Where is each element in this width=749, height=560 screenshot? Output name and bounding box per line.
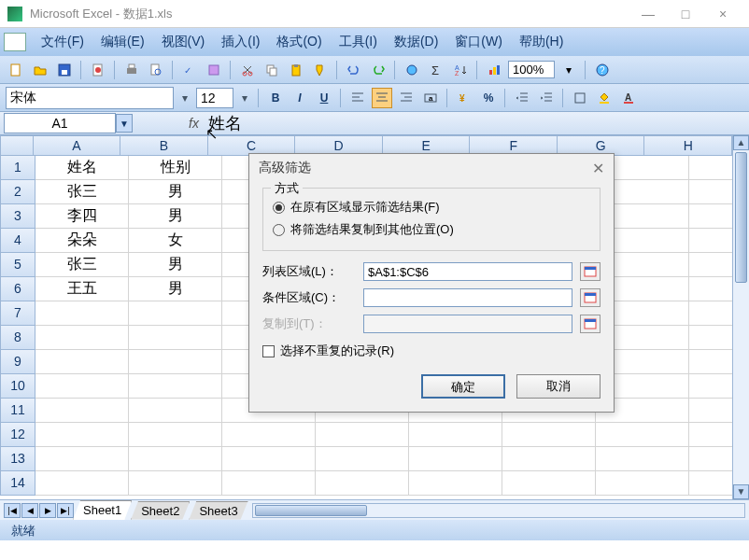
- merge-button[interactable]: a: [420, 88, 441, 108]
- cell[interactable]: [129, 423, 222, 447]
- cell[interactable]: [689, 156, 732, 180]
- cell[interactable]: [316, 471, 409, 496]
- row-header[interactable]: 9: [0, 350, 35, 374]
- cell[interactable]: [409, 447, 502, 471]
- chart-icon[interactable]: [484, 60, 504, 80]
- cell[interactable]: [689, 204, 732, 229]
- fill-color-button[interactable]: [594, 88, 615, 108]
- link-icon[interactable]: [402, 60, 422, 80]
- cell[interactable]: 男: [129, 277, 222, 301]
- cell[interactable]: [35, 350, 129, 374]
- menu-view[interactable]: 视图(V): [154, 30, 213, 54]
- percent-button[interactable]: %: [478, 88, 499, 108]
- row-header[interactable]: 4: [0, 229, 35, 253]
- open-icon[interactable]: [30, 60, 50, 80]
- undo-icon[interactable]: [344, 60, 364, 80]
- cell[interactable]: [129, 471, 222, 496]
- cell[interactable]: 性别: [129, 156, 222, 180]
- cell[interactable]: 女: [129, 229, 222, 253]
- new-icon[interactable]: [6, 60, 26, 80]
- close-button[interactable]: ×: [704, 1, 742, 27]
- formula-value[interactable]: 姓名: [208, 112, 242, 134]
- cell[interactable]: [35, 374, 129, 399]
- cell[interactable]: [35, 423, 129, 447]
- name-box[interactable]: A1: [4, 113, 116, 133]
- cell[interactable]: [35, 447, 129, 471]
- cell[interactable]: [596, 471, 689, 496]
- criteria-range-ref-icon[interactable]: [580, 288, 601, 307]
- horizontal-scrollbar[interactable]: [252, 503, 745, 518]
- tab-nav-next[interactable]: ▶: [39, 503, 56, 518]
- cell[interactable]: [502, 471, 596, 496]
- cell[interactable]: [689, 180, 732, 204]
- cell[interactable]: [689, 301, 732, 326]
- italic-button[interactable]: I: [290, 88, 310, 108]
- cell[interactable]: [129, 399, 222, 423]
- row-header[interactable]: 13: [0, 447, 35, 471]
- select-all-corner[interactable]: [0, 135, 34, 156]
- cancel-button[interactable]: 取消: [516, 374, 601, 399]
- cell[interactable]: [316, 423, 409, 447]
- row-header[interactable]: 10: [0, 374, 35, 399]
- font-size-combo[interactable]: 12: [196, 88, 233, 108]
- minimize-button[interactable]: —: [629, 1, 667, 27]
- preview-icon[interactable]: [146, 60, 166, 80]
- font-dropdown-icon[interactable]: ▾: [177, 91, 192, 105]
- fx-label[interactable]: fx: [189, 116, 199, 131]
- row-header[interactable]: 3: [0, 204, 35, 229]
- maximize-button[interactable]: □: [667, 1, 704, 27]
- font-color-button[interactable]: A: [618, 88, 639, 108]
- row-header[interactable]: 6: [0, 277, 35, 301]
- zoom-combo[interactable]: 100%: [508, 61, 555, 78]
- row-header[interactable]: 1: [0, 156, 35, 180]
- cell[interactable]: [409, 471, 502, 496]
- cell[interactable]: [35, 471, 129, 496]
- cell[interactable]: [35, 326, 129, 350]
- help-icon[interactable]: ?: [592, 60, 613, 80]
- scroll-up-arrow[interactable]: ▲: [733, 135, 749, 150]
- cell[interactable]: [35, 301, 129, 326]
- dialog-close-icon[interactable]: ✕: [592, 160, 604, 177]
- paste-icon[interactable]: [286, 60, 306, 80]
- underline-button[interactable]: U: [314, 88, 334, 108]
- cell[interactable]: [689, 447, 732, 471]
- cell[interactable]: 王五: [35, 277, 129, 301]
- row-header[interactable]: 12: [0, 423, 35, 447]
- borders-button[interactable]: [570, 88, 590, 108]
- cell[interactable]: 朵朵: [35, 229, 129, 253]
- zoom-dropdown[interactable]: ▾: [558, 60, 579, 80]
- row-header[interactable]: 7: [0, 301, 35, 326]
- menu-edit[interactable]: 编辑(E): [93, 30, 152, 54]
- cell[interactable]: [689, 350, 732, 374]
- menu-data[interactable]: 数据(D): [387, 30, 445, 54]
- cell[interactable]: 姓名: [35, 156, 129, 180]
- menu-window[interactable]: 窗口(W): [447, 30, 510, 54]
- list-range-input[interactable]: [363, 262, 572, 281]
- align-center-button[interactable]: [372, 88, 392, 108]
- row-header[interactable]: 14: [0, 471, 35, 496]
- print-icon[interactable]: [121, 60, 142, 80]
- row-header[interactable]: 8: [0, 326, 35, 350]
- vscroll-thumb[interactable]: [735, 152, 747, 283]
- cell[interactable]: [316, 447, 409, 471]
- cell[interactable]: [502, 423, 596, 447]
- cell[interactable]: [596, 447, 689, 471]
- cell[interactable]: [689, 229, 732, 253]
- cell[interactable]: 男: [129, 204, 222, 229]
- unique-records-checkbox[interactable]: [262, 345, 275, 357]
- cell[interactable]: 李四: [35, 204, 129, 229]
- copy-icon[interactable]: [261, 60, 282, 80]
- row-header[interactable]: 2: [0, 180, 35, 204]
- sum-icon[interactable]: Σ: [426, 60, 446, 80]
- ok-button[interactable]: 确定: [421, 374, 505, 399]
- font-name-combo[interactable]: 宋体: [6, 87, 174, 109]
- menu-file[interactable]: 文件(F): [34, 30, 92, 54]
- column-header[interactable]: A: [34, 135, 121, 156]
- cell[interactable]: [689, 277, 732, 301]
- sort-asc-icon[interactable]: AZ: [450, 60, 471, 80]
- dec-indent-button[interactable]: [512, 88, 532, 108]
- column-header[interactable]: B: [120, 135, 208, 156]
- menu-tools[interactable]: 工具(I): [332, 30, 385, 54]
- sheet-tab-3[interactable]: Sheet3: [189, 501, 247, 520]
- size-dropdown-icon[interactable]: ▾: [237, 91, 252, 105]
